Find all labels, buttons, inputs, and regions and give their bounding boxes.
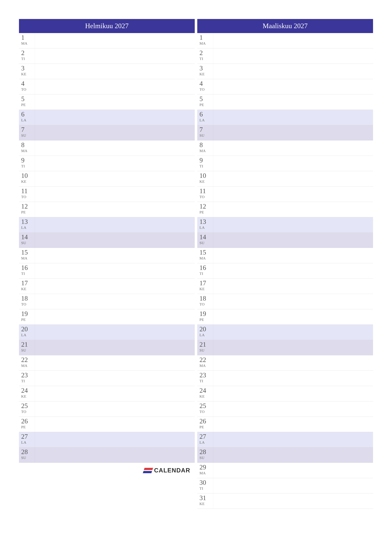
day-label: 30TI — [197, 478, 213, 493]
day-row: 16TI — [197, 263, 373, 279]
day-note-area — [35, 309, 195, 324]
day-note-area — [35, 33, 195, 48]
day-abbr: TO — [200, 410, 213, 414]
day-abbr: SU — [200, 348, 213, 352]
day-note-area — [213, 110, 373, 125]
day-number: 9 — [200, 157, 213, 164]
day-row: 28SU — [197, 447, 373, 463]
day-row: 25TO — [197, 401, 373, 417]
day-number: 4 — [200, 80, 213, 87]
day-abbr: TO — [21, 410, 35, 414]
day-note-area — [35, 355, 195, 371]
day-label: 28SU — [197, 447, 213, 463]
day-label: 12PE — [19, 202, 35, 217]
day-note-area — [213, 355, 373, 371]
day-abbr: KE — [21, 179, 35, 183]
day-abbr: PE — [21, 210, 35, 214]
day-row: 2TI — [19, 48, 195, 64]
day-label: 4TO — [197, 79, 213, 94]
day-note-area — [213, 263, 373, 278]
day-row: 2TI — [197, 48, 373, 64]
day-row: 9TI — [19, 156, 195, 171]
day-label: 5PE — [197, 95, 213, 110]
day-label: 24KE — [197, 386, 213, 401]
day-abbr: KE — [200, 502, 213, 506]
day-number: 2 — [200, 49, 213, 56]
day-note-area — [35, 371, 195, 386]
day-note-area — [213, 371, 373, 386]
day-label: 20LA — [197, 325, 213, 340]
day-number: 18 — [200, 295, 213, 302]
day-number: 14 — [21, 234, 35, 241]
day-number: 7 — [200, 126, 213, 133]
day-abbr: LA — [200, 333, 213, 337]
day-abbr: PE — [21, 103, 35, 107]
day-row: 27LA — [197, 432, 373, 447]
day-note-area — [35, 48, 195, 64]
day-row: 22MA — [197, 355, 373, 371]
day-number: 8 — [200, 141, 213, 148]
day-row: 19PE — [197, 309, 373, 325]
day-note-area — [213, 325, 373, 340]
day-row: 26PE — [197, 417, 373, 432]
day-number: 21 — [200, 341, 213, 348]
day-label: 16TI — [197, 263, 213, 278]
day-abbr: LA — [21, 226, 35, 230]
day-label: 1MA — [19, 33, 35, 48]
day-note-area — [35, 202, 195, 217]
day-number: 4 — [21, 80, 35, 87]
day-note-area — [213, 187, 373, 202]
day-note-area — [35, 447, 195, 463]
day-label: 2TI — [197, 48, 213, 64]
day-note-area — [213, 447, 373, 463]
day-note-area — [35, 79, 195, 94]
day-row: 4TO — [197, 79, 373, 95]
day-row: 7SU — [19, 125, 195, 140]
day-number: 24 — [200, 387, 213, 394]
day-note-area — [213, 417, 373, 432]
day-label: 23TI — [197, 371, 213, 386]
day-number: 25 — [200, 402, 213, 409]
day-abbr: SU — [200, 241, 213, 245]
day-row: 5PE — [197, 95, 373, 110]
day-note-area — [35, 125, 195, 140]
day-label: 29MA — [197, 463, 213, 478]
day-note-area — [35, 401, 195, 416]
day-note-area — [35, 340, 195, 355]
day-number: 15 — [200, 249, 213, 256]
day-row: 8MA — [19, 140, 195, 156]
day-label: 5PE — [19, 95, 35, 110]
day-label: 17KE — [19, 279, 35, 294]
day-row: 15MA — [197, 248, 373, 263]
day-row: 4TO — [19, 79, 195, 95]
day-label: 24KE — [19, 386, 35, 401]
day-label: 2TI — [19, 48, 35, 64]
day-label: 27LA — [197, 432, 213, 447]
day-number: 25 — [21, 402, 35, 409]
day-row: 23TI — [197, 371, 373, 386]
day-label: 18TO — [19, 294, 35, 309]
day-label: 3KE — [197, 64, 213, 79]
day-abbr: SU — [21, 241, 35, 245]
day-note-area — [35, 325, 195, 340]
day-note-area — [213, 386, 373, 401]
day-number: 13 — [200, 218, 213, 225]
day-abbr: PE — [200, 425, 213, 429]
day-label: 9TI — [197, 156, 213, 171]
day-number: 26 — [21, 418, 35, 425]
day-number: 17 — [200, 280, 213, 286]
day-abbr: TI — [200, 271, 213, 276]
day-label: 25TO — [19, 401, 35, 416]
day-number: 28 — [200, 448, 213, 455]
day-row: 25TO — [19, 401, 195, 417]
day-abbr: TI — [200, 57, 213, 61]
day-abbr: TI — [21, 379, 35, 383]
day-number: 10 — [200, 172, 213, 179]
day-note-area — [35, 140, 195, 156]
day-number: 22 — [21, 356, 35, 363]
day-abbr: PE — [200, 210, 213, 214]
day-note-area — [35, 64, 195, 79]
day-abbr: SU — [21, 456, 35, 460]
day-row: 1MA — [19, 33, 195, 48]
day-note-area — [213, 248, 373, 263]
